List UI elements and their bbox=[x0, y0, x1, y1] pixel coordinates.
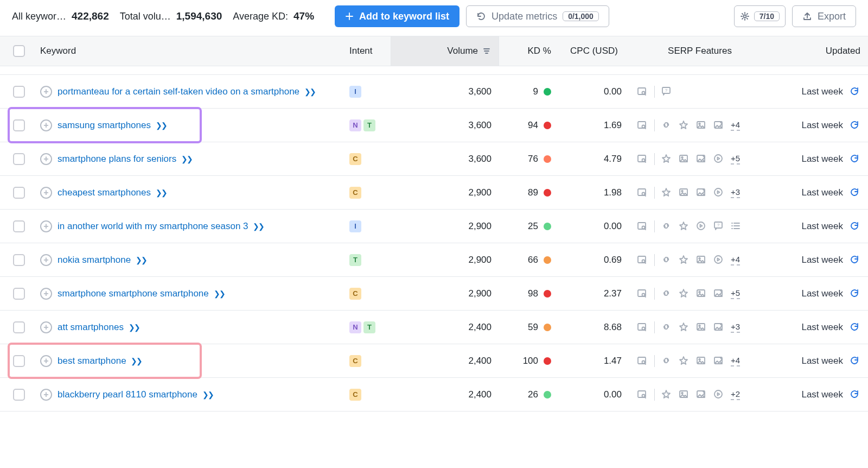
serp-icon[interactable] bbox=[637, 187, 648, 198]
serp-more-badge[interactable]: +3 bbox=[731, 322, 740, 333]
link-icon[interactable] bbox=[661, 255, 672, 265]
star-icon[interactable] bbox=[661, 389, 672, 400]
expand-button[interactable]: + bbox=[40, 389, 52, 401]
expand-button[interactable]: + bbox=[40, 153, 52, 165]
carousel-icon[interactable] bbox=[696, 389, 707, 400]
columns-button[interactable]: 7/10 bbox=[734, 5, 786, 27]
col-intent[interactable]: Intent bbox=[342, 46, 391, 56]
refresh-button[interactable] bbox=[850, 187, 860, 198]
add-to-list-button[interactable]: Add to keyword list bbox=[335, 5, 459, 27]
export-button[interactable]: Export bbox=[792, 5, 856, 27]
expand-button[interactable]: + bbox=[40, 254, 52, 266]
image-icon[interactable] bbox=[679, 154, 690, 165]
refresh-button[interactable] bbox=[850, 356, 860, 366]
row-checkbox[interactable] bbox=[13, 321, 25, 333]
keyword-link[interactable]: smartphone plans for seniors bbox=[58, 154, 176, 164]
serp-more-badge[interactable]: +5 bbox=[731, 154, 740, 165]
carousel-icon[interactable] bbox=[713, 120, 724, 131]
row-checkbox[interactable] bbox=[13, 355, 25, 367]
refresh-button[interactable] bbox=[850, 389, 860, 400]
row-checkbox[interactable] bbox=[13, 220, 25, 232]
refresh-button[interactable] bbox=[850, 120, 860, 131]
serp-icon[interactable] bbox=[637, 389, 648, 400]
image-icon[interactable] bbox=[696, 356, 707, 366]
expand-button[interactable]: + bbox=[40, 321, 52, 333]
image-icon[interactable] bbox=[679, 389, 690, 400]
image-icon[interactable] bbox=[696, 255, 707, 265]
refresh-button[interactable] bbox=[850, 221, 860, 232]
expand-button[interactable]: + bbox=[40, 220, 52, 232]
keyword-link[interactable]: in another world with my smartphone seas… bbox=[58, 221, 248, 231]
serp-icon[interactable] bbox=[637, 221, 648, 232]
serp-icon[interactable] bbox=[637, 120, 648, 131]
star-icon[interactable] bbox=[679, 356, 690, 366]
keyword-link[interactable]: smartphone smartphone smartphone bbox=[58, 288, 209, 299]
image-icon[interactable] bbox=[696, 322, 707, 333]
serp-icon[interactable] bbox=[637, 322, 648, 333]
refresh-button[interactable] bbox=[850, 288, 860, 299]
serp-more-badge[interactable]: +2 bbox=[731, 389, 740, 400]
keyword-link[interactable]: blackberry pearl 8110 smartphone bbox=[58, 389, 197, 400]
col-keyword[interactable]: Keyword bbox=[33, 46, 342, 56]
video-icon[interactable] bbox=[713, 187, 724, 198]
link-icon[interactable] bbox=[661, 356, 672, 366]
carousel-icon[interactable] bbox=[713, 322, 724, 333]
row-checkbox[interactable] bbox=[13, 153, 25, 165]
link-icon[interactable] bbox=[661, 322, 672, 333]
serp-icon[interactable] bbox=[637, 255, 648, 265]
keyword-link[interactable]: portmanteau for a certain self-taken vid… bbox=[58, 86, 299, 97]
faq-icon[interactable] bbox=[713, 221, 724, 232]
keyword-link[interactable]: samsung smartphones bbox=[58, 120, 151, 130]
video-icon[interactable] bbox=[713, 389, 724, 400]
carousel-icon[interactable] bbox=[696, 187, 707, 198]
image-icon[interactable] bbox=[696, 120, 707, 131]
serp-icon[interactable] bbox=[637, 86, 648, 97]
faq-icon[interactable] bbox=[661, 86, 672, 97]
refresh-button[interactable] bbox=[850, 255, 860, 265]
row-checkbox[interactable] bbox=[13, 119, 25, 131]
link-icon[interactable] bbox=[661, 120, 672, 131]
serp-more-badge[interactable]: +3 bbox=[731, 187, 740, 198]
link-icon[interactable] bbox=[661, 221, 672, 232]
keyword-link[interactable]: nokia smartphone bbox=[58, 255, 131, 265]
serp-more-badge[interactable]: +4 bbox=[731, 356, 740, 366]
video-icon[interactable] bbox=[696, 221, 707, 232]
col-kd[interactable]: KD % bbox=[499, 46, 559, 56]
star-icon[interactable] bbox=[679, 322, 690, 333]
row-checkbox[interactable] bbox=[13, 288, 25, 300]
row-checkbox[interactable] bbox=[13, 389, 25, 401]
carousel-icon[interactable] bbox=[713, 356, 724, 366]
refresh-button[interactable] bbox=[850, 322, 860, 333]
expand-button[interactable]: + bbox=[40, 86, 52, 98]
link-icon[interactable] bbox=[661, 288, 672, 299]
col-updated[interactable]: Updated bbox=[770, 46, 868, 56]
keyword-link[interactable]: cheapest smartphones bbox=[58, 187, 151, 198]
refresh-button[interactable] bbox=[850, 86, 860, 97]
update-metrics-button[interactable]: Update metrics 0/1,000 bbox=[466, 5, 609, 27]
row-checkbox[interactable] bbox=[13, 187, 25, 199]
serp-more-badge[interactable]: +4 bbox=[731, 255, 740, 265]
serp-icon[interactable] bbox=[637, 288, 648, 299]
keyword-link[interactable]: best smartphone bbox=[58, 356, 126, 366]
star-icon[interactable] bbox=[679, 288, 690, 299]
star-icon[interactable] bbox=[679, 221, 690, 232]
expand-button[interactable]: + bbox=[40, 288, 52, 300]
keyword-link[interactable]: att smartphones bbox=[58, 322, 124, 332]
serp-more-badge[interactable]: +5 bbox=[731, 288, 740, 299]
row-checkbox[interactable] bbox=[13, 254, 25, 266]
expand-button[interactable]: + bbox=[40, 119, 52, 131]
expand-button[interactable]: + bbox=[40, 187, 52, 199]
carousel-icon[interactable] bbox=[713, 288, 724, 299]
serp-icon[interactable] bbox=[637, 154, 648, 165]
video-icon[interactable] bbox=[713, 154, 724, 165]
serp-more-badge[interactable]: +4 bbox=[731, 120, 740, 131]
row-checkbox[interactable] bbox=[13, 86, 25, 98]
refresh-button[interactable] bbox=[850, 154, 860, 165]
star-icon[interactable] bbox=[679, 120, 690, 131]
star-icon[interactable] bbox=[661, 187, 672, 198]
col-volume[interactable]: Volume bbox=[391, 36, 499, 66]
image-icon[interactable] bbox=[696, 288, 707, 299]
list-icon[interactable] bbox=[731, 221, 742, 232]
video-icon[interactable] bbox=[713, 255, 724, 265]
col-cpc[interactable]: CPC (USD) bbox=[559, 46, 629, 56]
